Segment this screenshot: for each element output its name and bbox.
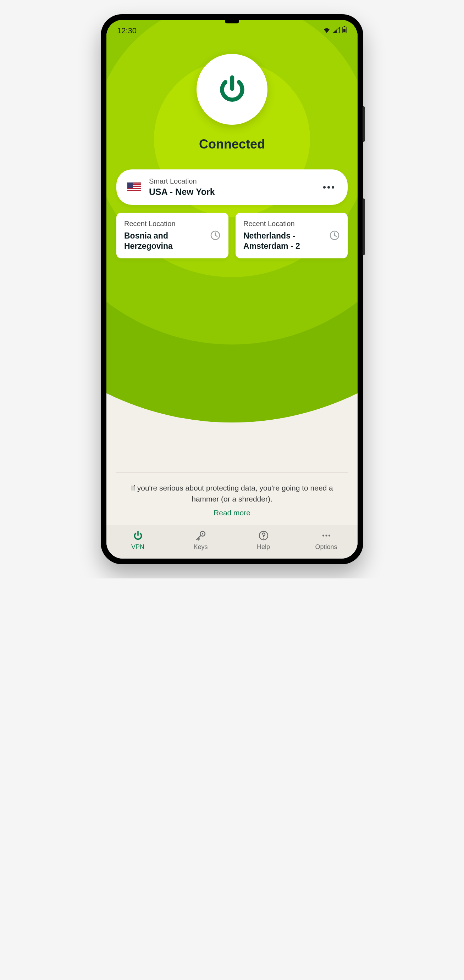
tab-bar: VPN Keys Help Options <box>107 525 357 558</box>
clock-icon <box>329 230 340 241</box>
svg-point-8 <box>263 538 264 539</box>
tab-label: Help <box>257 543 270 551</box>
tip-text: If you're serious about protecting data,… <box>120 483 344 504</box>
recent-location-label: Recent Location <box>243 220 326 228</box>
svg-rect-2 <box>343 29 346 32</box>
clock-icon <box>210 230 221 241</box>
tab-help[interactable]: Help <box>232 529 295 551</box>
phone-frame: 12:30 <box>101 14 363 564</box>
connect-toggle-button[interactable] <box>196 54 268 125</box>
wifi-icon <box>323 26 331 35</box>
recent-location-card[interactable]: Recent Location Bosnia and Herzegovina <box>116 213 228 258</box>
recent-location-label: Recent Location <box>124 220 207 228</box>
help-icon <box>257 529 270 542</box>
connection-status: Connected <box>199 137 265 152</box>
phone-side-button <box>362 106 365 142</box>
power-icon <box>132 529 144 542</box>
tab-label: Keys <box>193 543 207 551</box>
screen: 12:30 <box>107 20 357 558</box>
cellular-icon <box>333 26 340 35</box>
svg-point-9 <box>322 535 324 536</box>
read-more-link[interactable]: Read more <box>120 509 344 517</box>
tab-options[interactable]: Options <box>295 529 357 551</box>
power-icon <box>215 72 249 107</box>
tip-panel: If you're serious about protecting data,… <box>116 473 348 525</box>
recent-location-value: Netherlands - Amsterdam - 2 <box>243 231 326 251</box>
svg-rect-1 <box>344 26 345 27</box>
smart-location-label: Smart Location <box>149 177 313 185</box>
svg-point-11 <box>328 535 330 536</box>
tab-label: Options <box>315 543 337 551</box>
more-icon[interactable] <box>320 183 337 191</box>
smart-location-value: USA - New York <box>149 187 313 197</box>
more-icon <box>320 529 333 542</box>
smart-location-card[interactable]: Smart Location USA - New York <box>116 169 348 205</box>
svg-point-10 <box>325 535 327 536</box>
key-icon <box>195 529 207 542</box>
us-flag-icon <box>127 182 141 192</box>
tab-label: VPN <box>131 543 144 551</box>
recent-location-card[interactable]: Recent Location Netherlands - Amsterdam … <box>236 213 348 258</box>
notch <box>225 20 239 23</box>
tab-keys[interactable]: Keys <box>169 529 232 551</box>
recent-location-value: Bosnia and Herzegovina <box>124 231 207 251</box>
tab-vpn[interactable]: VPN <box>107 529 169 551</box>
svg-point-6 <box>201 533 203 535</box>
phone-side-button <box>362 199 365 255</box>
status-time: 12:30 <box>117 26 137 35</box>
battery-icon <box>342 26 347 35</box>
